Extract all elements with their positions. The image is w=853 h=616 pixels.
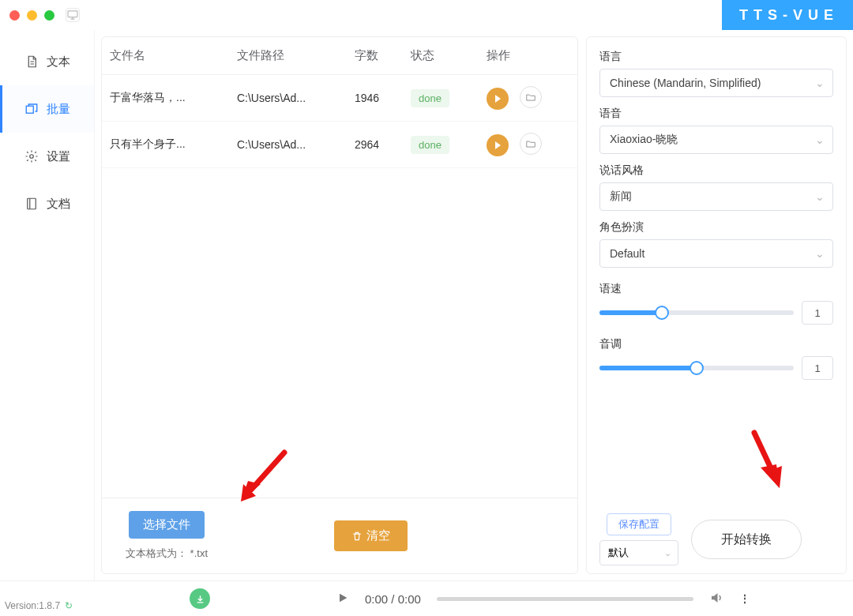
- svg-rect-0: [68, 11, 77, 17]
- table-row: 只有半个身子... C:\Users\Ad... 2964 done: [102, 122, 577, 168]
- voice-value: Xiaoxiao-晓晓: [610, 133, 678, 147]
- language-value: Chinese (Mandarin, Simplified): [610, 77, 761, 89]
- sidebar-item-batch[interactable]: 批量: [0, 85, 94, 133]
- cell-filename: 只有半个身子...: [102, 122, 229, 168]
- table-row: 于富华落马，... C:\Users\Ad... 1946 done: [102, 75, 577, 122]
- voice-label: 语音: [599, 107, 833, 121]
- book-icon: [24, 197, 39, 211]
- speed-value[interactable]: 1: [802, 301, 833, 325]
- player-play-button[interactable]: [336, 592, 349, 607]
- status-badge: done: [411, 89, 449, 107]
- player-progress-bar[interactable]: [437, 597, 693, 601]
- col-status: 状态: [403, 37, 479, 75]
- col-filepath: 文件路径: [229, 37, 347, 75]
- play-button[interactable]: [487, 134, 509, 156]
- style-select[interactable]: 新闻 ⌄: [599, 182, 833, 211]
- sidebar-item-docs[interactable]: 文档: [0, 180, 94, 227]
- col-ops: 操作: [479, 37, 577, 75]
- reload-icon[interactable]: ↻: [65, 600, 73, 611]
- audio-player: 0:00 / 0:00 ⋮: [0, 580, 853, 616]
- format-hint: 文本格式为： *.txt: [126, 547, 208, 561]
- chevron-down-icon: ⌄: [815, 77, 825, 89]
- window-controls: [9, 10, 54, 21]
- chevron-down-icon: ⌄: [815, 190, 825, 203]
- sidebar: 文本 批量 设置 文档: [0, 30, 95, 580]
- play-button[interactable]: [487, 88, 509, 110]
- volume-button[interactable]: [709, 591, 723, 607]
- col-filename: 文件名: [102, 37, 229, 75]
- svg-point-2: [30, 155, 34, 159]
- app-title: TTS-VUE: [722, 0, 853, 30]
- language-label: 语言: [599, 50, 833, 64]
- style-label: 说话风格: [599, 163, 833, 178]
- choose-file-button[interactable]: 选择文件: [129, 511, 205, 539]
- role-select[interactable]: Default ⌄: [599, 239, 833, 268]
- minimize-window-button[interactable]: [27, 10, 37, 21]
- preset-select[interactable]: 默认 ⌄: [599, 540, 678, 565]
- language-select[interactable]: Chinese (Mandarin, Simplified) ⌄: [599, 69, 833, 97]
- role-label: 角色扮演: [599, 220, 833, 235]
- download-button[interactable]: [190, 588, 210, 609]
- role-value: Default: [610, 247, 644, 260]
- pitch-value[interactable]: 1: [802, 356, 833, 380]
- cell-filepath: C:\Users\Ad...: [229, 75, 347, 122]
- speed-slider[interactable]: [599, 310, 794, 315]
- titlebar: TTS-VUE: [0, 0, 853, 30]
- col-chars: 字数: [347, 37, 403, 75]
- sidebar-item-label: 设置: [47, 149, 70, 164]
- style-value: 新闻: [610, 190, 632, 204]
- sidebar-item-label: 文本: [47, 54, 70, 69]
- chevron-down-icon: ⌄: [815, 247, 825, 260]
- preset-value: 默认: [608, 546, 629, 560]
- cell-filepath: C:\Users\Ad...: [229, 122, 347, 168]
- maximize-window-button[interactable]: [44, 10, 54, 21]
- batch-icon: [24, 102, 39, 116]
- speed-label: 语速: [599, 282, 833, 296]
- sidebar-item-text[interactable]: 文本: [0, 38, 94, 85]
- dev-monitor-icon[interactable]: [66, 8, 80, 22]
- document-icon: [24, 54, 39, 69]
- gear-icon: [24, 149, 39, 163]
- start-convert-button[interactable]: 开始转换: [691, 520, 802, 559]
- clear-button[interactable]: 清空: [334, 520, 408, 551]
- clear-button-label: 清空: [366, 528, 390, 543]
- trash-icon: [351, 531, 363, 542]
- chevron-down-icon: ⌄: [664, 548, 671, 558]
- version-label: Version:1.8.7↻: [5, 600, 73, 611]
- status-badge: done: [411, 136, 449, 154]
- file-panel-bottom: 选择文件 文本格式为： *.txt 清空: [102, 498, 577, 573]
- chevron-down-icon: ⌄: [815, 133, 825, 146]
- cell-chars: 2964: [347, 122, 403, 168]
- sidebar-item-label: 文档: [47, 197, 70, 212]
- file-panel: 文件名 文件路径 字数 状态 操作 于富华落马，... C:\Users\Ad.…: [101, 36, 578, 574]
- slider-thumb[interactable]: [655, 306, 669, 320]
- slider-thumb[interactable]: [690, 361, 704, 375]
- sidebar-item-settings[interactable]: 设置: [0, 133, 94, 180]
- close-window-button[interactable]: [9, 10, 20, 21]
- svg-rect-3: [28, 198, 36, 209]
- cell-filename: 于富华落马，...: [102, 75, 229, 122]
- file-table: 文件名 文件路径 字数 状态 操作 于富华落马，... C:\Users\Ad.…: [102, 37, 577, 168]
- voice-select[interactable]: Xiaoxiao-晓晓 ⌄: [599, 126, 833, 154]
- settings-panel: 语言 Chinese (Mandarin, Simplified) ⌄ 语音 X…: [586, 36, 847, 574]
- cell-chars: 1946: [347, 75, 403, 122]
- sidebar-item-label: 批量: [47, 102, 70, 117]
- player-more-button[interactable]: ⋮: [739, 592, 750, 605]
- save-config-button[interactable]: 保存配置: [607, 513, 671, 535]
- open-folder-button[interactable]: [520, 133, 542, 155]
- player-time: 0:00 / 0:00: [365, 592, 421, 606]
- open-folder-button[interactable]: [520, 86, 542, 108]
- svg-rect-1: [26, 106, 33, 113]
- pitch-label: 音调: [599, 337, 833, 351]
- pitch-slider[interactable]: [599, 366, 794, 370]
